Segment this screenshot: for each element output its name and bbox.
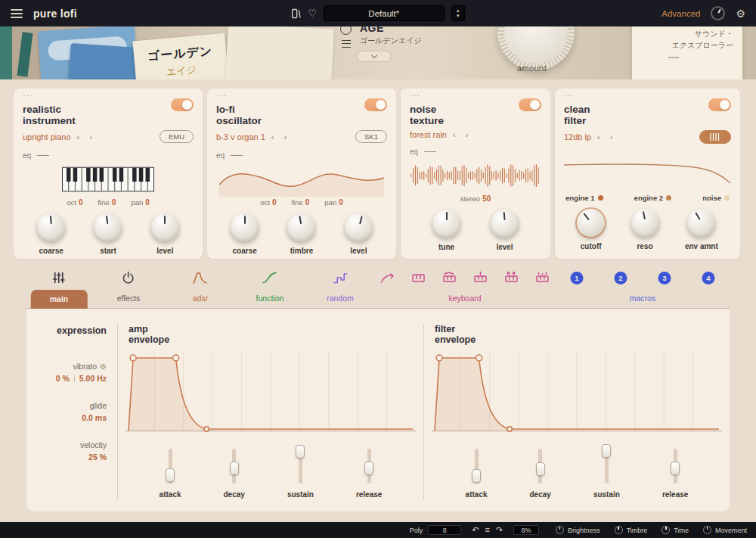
- release-slider[interactable]: [367, 449, 371, 484]
- preset-name: Default*: [368, 9, 399, 18]
- engine1-dot[interactable]: [598, 195, 603, 201]
- attack-slider[interactable]: [169, 449, 172, 484]
- keybed-icon-1: [411, 271, 426, 285]
- poly-value-box[interactable]: 8: [428, 525, 461, 535]
- library-icon[interactable]: [291, 8, 301, 19]
- module-menu-dots-icon[interactable]: ···: [564, 91, 575, 100]
- macro-knob-icon: [556, 526, 564, 534]
- tab-main[interactable]: main: [31, 269, 88, 308]
- macro-3-icon[interactable]: 3: [658, 272, 671, 285]
- param-value[interactable]: 0: [145, 198, 150, 207]
- env-amount-knob[interactable]: [687, 209, 715, 237]
- vibrato-settings-gear-icon[interactable]: ⚙: [100, 362, 107, 371]
- history-list-icon[interactable]: ≡: [485, 526, 489, 534]
- module-toggle[interactable]: [364, 98, 387, 111]
- menu-icon[interactable]: [11, 9, 23, 18]
- engine2-dot[interactable]: [666, 195, 671, 201]
- coarse-knob[interactable]: [37, 213, 65, 241]
- eq-section-label[interactable]: eq: [410, 148, 541, 156]
- release-slider[interactable]: [674, 449, 677, 484]
- preset-prev-next-arrows[interactable]: ▲ ▼: [451, 5, 465, 21]
- decay-slider[interactable]: [538, 449, 542, 484]
- preset-pack-banner[interactable]: ゴールデン エイジ AGE ゴールデンエイジ amount サウンド・ エクスプ…: [0, 26, 756, 79]
- module-menu-dots-icon[interactable]: ···: [216, 91, 227, 100]
- attack-slider[interactable]: [475, 449, 479, 484]
- macro-knob-icon: [662, 526, 670, 534]
- engine-badge[interactable]: SK1: [355, 130, 387, 143]
- sustain-slider[interactable]: [605, 449, 609, 484]
- redo-icon[interactable]: ↷: [496, 526, 503, 534]
- macro-1-icon[interactable]: 1: [571, 272, 584, 285]
- coarse-knob[interactable]: [231, 213, 259, 241]
- macro-time[interactable]: Time: [662, 526, 689, 534]
- sustain-slider[interactable]: [299, 449, 302, 484]
- explorer-line1: サウンド・: [641, 28, 733, 39]
- preset-arrows-icon[interactable]: ‹ ›: [453, 130, 472, 139]
- tab-effects[interactable]: effects: [117, 269, 141, 308]
- timbre-knob[interactable]: [287, 213, 315, 241]
- module-preset[interactable]: upright piano: [23, 132, 71, 141]
- filter-keyboard-badge[interactable]: [699, 130, 731, 144]
- param-value[interactable]: 0: [112, 198, 116, 207]
- advanced-button[interactable]: Advanced: [662, 9, 700, 18]
- start-knob[interactable]: [94, 213, 122, 241]
- module-row: ··· realistic instrument upright piano ‹…: [0, 79, 756, 259]
- vibrato-rate-value[interactable]: 5.00 Hz: [79, 374, 107, 383]
- master-volume-knob[interactable]: [711, 6, 725, 20]
- cpu-meter[interactable]: 8%: [513, 525, 539, 535]
- engine1-label: engine 1: [565, 194, 595, 202]
- explorer-dash: [668, 57, 679, 58]
- vibrato-depth-value[interactable]: 0 %: [56, 374, 70, 383]
- param-value[interactable]: 0: [79, 198, 83, 207]
- engine-badge[interactable]: EMU: [160, 130, 194, 143]
- velocity-value[interactable]: 25 %: [88, 452, 107, 462]
- macro-2-icon[interactable]: 2: [615, 272, 627, 285]
- level-knob[interactable]: [345, 213, 373, 241]
- preset-arrows-icon[interactable]: ‹ ›: [271, 132, 290, 141]
- filter-envelope-graph[interactable]: [432, 352, 722, 437]
- reso-knob[interactable]: [631, 209, 659, 237]
- tab-adsr[interactable]: adsr: [193, 269, 208, 308]
- banner-expand-chevron[interactable]: [357, 51, 392, 62]
- module-toggle[interactable]: [519, 98, 541, 111]
- module-menu-dots-icon[interactable]: ···: [23, 91, 33, 100]
- macro-4-icon[interactable]: 4: [702, 272, 715, 285]
- module-preset[interactable]: forest rain: [410, 130, 447, 139]
- settings-gear-icon[interactable]: ⚙: [736, 8, 745, 20]
- module-toggle[interactable]: [171, 98, 194, 111]
- eq-section-label[interactable]: eq: [23, 151, 194, 160]
- collage-card: ゴールデン エイジ: [132, 33, 228, 79]
- pack-logo-icon: [340, 26, 352, 35]
- module-menu-dots-icon[interactable]: ···: [410, 91, 420, 100]
- tab-macros[interactable]: 1 2 3 4 macros: [571, 269, 715, 308]
- sound-explorer-card[interactable]: サウンド・ エクスプローラー: [632, 26, 742, 79]
- undo-icon[interactable]: ↶: [472, 526, 479, 534]
- decay-slider[interactable]: [232, 449, 236, 484]
- module-toggle[interactable]: [708, 98, 731, 111]
- eq-section-label[interactable]: eq: [216, 151, 387, 160]
- tab-function[interactable]: function: [256, 269, 284, 308]
- macro-movement[interactable]: Movement: [703, 526, 747, 534]
- arrow-down-icon[interactable]: ▼: [456, 14, 460, 19]
- favorite-heart-icon[interactable]: ♡: [308, 8, 317, 18]
- preset-selector[interactable]: Default*: [324, 5, 445, 21]
- module-preset[interactable]: b-3 v organ 1: [216, 132, 265, 141]
- preset-arrows-icon[interactable]: ‹ ›: [77, 132, 96, 141]
- arrow-up-icon[interactable]: ▲: [456, 8, 460, 14]
- module-preset[interactable]: 12db lp: [564, 132, 591, 141]
- macro-timbre[interactable]: Timbre: [615, 526, 648, 534]
- tune-knob[interactable]: [432, 210, 460, 238]
- tab-keyboard[interactable]: keyboard: [380, 269, 550, 308]
- cutoff-knob[interactable]: [577, 209, 605, 237]
- vibrato-label: vibrato: [73, 362, 98, 371]
- tab-random[interactable]: random: [327, 269, 354, 308]
- glide-value[interactable]: 0.0 ms: [82, 413, 107, 422]
- preset-arrows-icon[interactable]: ‹ ›: [597, 132, 616, 141]
- module-lofi-oscillator: ··· lo-fi oscillator b-3 v organ 1 ‹ › S…: [207, 89, 396, 259]
- param-label: pan: [131, 198, 143, 207]
- level-knob[interactable]: [151, 213, 179, 241]
- level-knob[interactable]: [491, 210, 519, 238]
- amp-envelope-graph[interactable]: [125, 352, 416, 437]
- macro-brightness[interactable]: Brightness: [556, 526, 600, 534]
- noise-dot[interactable]: [724, 195, 730, 201]
